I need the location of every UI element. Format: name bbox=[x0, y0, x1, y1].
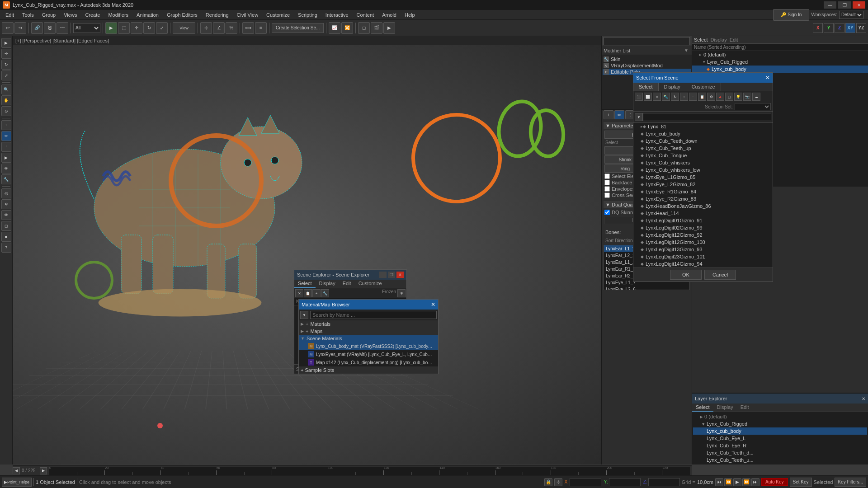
object-name-input[interactable]: Lynx_cub_body bbox=[604, 37, 690, 45]
snap-toggle-button[interactable]: ⊹ bbox=[200, 22, 212, 34]
sfs-close-button[interactable]: ✕ bbox=[765, 75, 770, 81]
timeline-next-button[interactable]: ▶ bbox=[40, 467, 47, 474]
menu-create[interactable]: Create bbox=[81, 10, 104, 19]
sfs-search-filter[interactable]: ▼ bbox=[635, 113, 643, 121]
utilities-button[interactable]: 🔧 bbox=[1, 174, 11, 184]
modify-button[interactable]: ✏ bbox=[1, 131, 11, 141]
create-button[interactable]: + bbox=[1, 120, 11, 130]
le-item-eye-r[interactable]: Lynx_Cub_Eye_R bbox=[693, 442, 867, 449]
se-restore-button[interactable]: ❐ bbox=[388, 272, 395, 278]
menu-content[interactable]: Content bbox=[353, 10, 378, 19]
menu-arnold[interactable]: Arnold bbox=[378, 10, 400, 19]
sfs-item-teeth-down[interactable]: ◆Lynx_Cub_Teeth_down bbox=[633, 137, 773, 145]
timeline-prev-button[interactable]: ◀ bbox=[13, 467, 20, 474]
set-key-button[interactable]: Set Key bbox=[790, 478, 812, 487]
sfs-item-tongue[interactable]: ◆Lynx_Cub_Tongue bbox=[633, 152, 773, 159]
axis-y-button[interactable]: Y bbox=[824, 23, 834, 33]
se-tb-btn1[interactable]: ✕ bbox=[295, 289, 303, 297]
sfs-item-eye-l2[interactable]: ◆LynxEye_L2Gizmo_82 bbox=[633, 181, 773, 188]
le-edit-tab[interactable]: Edit bbox=[737, 404, 753, 412]
le-item-body[interactable]: Lynx_cub_body bbox=[693, 427, 867, 435]
auto-key-button[interactable]: Auto Key bbox=[761, 478, 788, 486]
select-object-button[interactable]: ▶ bbox=[105, 22, 117, 34]
sfs-item-legdigit02[interactable]: ◆LynxLegDigit02Gizmo_99 bbox=[633, 224, 773, 231]
mb-sample-slots-header[interactable]: + Sample Slots bbox=[299, 366, 438, 374]
ro-item-2[interactable]: ▾ Lynx_Cub_Rigged bbox=[692, 58, 868, 66]
envelopes-check[interactable] bbox=[604, 186, 610, 192]
sfs-item-head114[interactable]: ◆LynxHead_114 bbox=[633, 210, 773, 217]
axis-yz-button[interactable]: YZ bbox=[856, 23, 866, 33]
sfs-item-eye-l1[interactable]: ◆LynxEye_L1Gizmo_85 bbox=[633, 174, 773, 181]
create-selection-button[interactable]: Create Selection Se... bbox=[272, 23, 324, 33]
le-item-rigged[interactable]: ▾ Lynx_Cub_Rigged bbox=[693, 420, 867, 427]
sfs-options2[interactable]: ⚙ bbox=[707, 93, 715, 101]
dq-toggle-check[interactable] bbox=[604, 210, 610, 215]
mb-item-body-mat[interactable]: M Lynx_Cub_body_mat (VRayFastSSS2) [Lynx… bbox=[299, 342, 438, 350]
modifier-skin[interactable]: 🔧 Skin bbox=[603, 56, 691, 62]
rotate-tool-button[interactable]: ↻ bbox=[1, 60, 11, 70]
sfs-item-lynx81[interactable]: ▸◆Lynx_81 bbox=[633, 123, 773, 130]
sfs-item-body[interactable]: ◆Lynx_cub_body bbox=[633, 130, 773, 137]
x-input[interactable]: 0,005cm bbox=[570, 478, 601, 486]
modifier-list-dropdown[interactable]: ▼ bbox=[683, 47, 690, 54]
sfs-ok-button[interactable]: OK bbox=[670, 270, 702, 280]
minimize-button[interactable]: — bbox=[824, 1, 836, 9]
ro-item-3[interactable]: ◆ Lynx_cub_body bbox=[692, 66, 868, 73]
go-start-button[interactable]: ⏮ bbox=[715, 478, 723, 486]
reference-coord-button[interactable]: View bbox=[173, 22, 195, 34]
sfs-item-eye-r2[interactable]: ◆LynxEye_R2Gizmo_83 bbox=[633, 195, 773, 202]
le-item-teeth-d[interactable]: Lynx_Cub_Teeth_d... bbox=[693, 449, 867, 456]
backface-check[interactable] bbox=[604, 180, 610, 185]
sfs-options1[interactable]: 📋 bbox=[698, 93, 706, 101]
select-link-button[interactable]: 🔗 bbox=[31, 22, 43, 34]
workspaces-dropdown[interactable]: Default bbox=[839, 11, 863, 19]
se-customize-tab[interactable]: Customize bbox=[355, 280, 386, 288]
menu-views[interactable]: Views bbox=[60, 10, 80, 19]
sfs-item-legdigit13[interactable]: ◆LynxLegDigit13Gizmo_93 bbox=[633, 246, 773, 253]
sfs-highlight[interactable]: 🔦 bbox=[662, 93, 670, 101]
right-select-tab[interactable]: Select bbox=[694, 37, 708, 42]
mb-scene-materials-header[interactable]: ▼ Scene Materials bbox=[299, 335, 438, 342]
axis-z-button[interactable]: Z bbox=[835, 23, 844, 33]
menu-modifiers[interactable]: Modifiers bbox=[104, 10, 132, 19]
menu-group[interactable]: Group bbox=[38, 10, 60, 19]
display-button[interactable]: 👁 bbox=[1, 164, 11, 174]
help-button[interactable]: ? bbox=[1, 243, 11, 253]
sfs-cancel-button[interactable]: Cancel bbox=[704, 270, 736, 280]
sfs-select-tab[interactable]: Select bbox=[633, 83, 659, 91]
se-minimize-button[interactable]: — bbox=[379, 272, 387, 278]
axis-xy-button[interactable]: XY bbox=[845, 23, 855, 33]
angle-snap-button[interactable]: ∠ bbox=[213, 22, 225, 34]
menu-graph-editors[interactable]: Graph Editors bbox=[163, 10, 201, 19]
align-button[interactable]: ≡ bbox=[255, 22, 267, 34]
right-edit-tab[interactable]: Edit bbox=[730, 37, 738, 42]
sfs-item-legdigit12b[interactable]: ◆LynxLegDigit12Gizmo_100 bbox=[633, 239, 773, 246]
menu-interactive[interactable]: Interactive bbox=[322, 10, 352, 19]
sfs-item-legdigit12[interactable]: ◆LynxLegDigit12Gizmo_92 bbox=[633, 231, 773, 239]
le-display-tab[interactable]: Display bbox=[713, 404, 737, 412]
sfs-none[interactable]: × bbox=[653, 93, 661, 101]
create-panel-icon[interactable]: + bbox=[604, 110, 613, 119]
select-region-button[interactable]: ⬚ bbox=[118, 22, 130, 34]
sfs-collapse[interactable]: − bbox=[689, 93, 697, 101]
mb-materials-header[interactable]: ▶ + Materials bbox=[299, 320, 438, 328]
mirror-button[interactable]: ⟺ bbox=[242, 22, 254, 34]
se-tb-btn4[interactable]: 🔧 bbox=[321, 289, 329, 297]
select-move-button[interactable]: ✛ bbox=[131, 22, 142, 34]
se-tb-btn2[interactable]: 📋 bbox=[304, 289, 312, 297]
mb-item-eyes-mat[interactable]: M LynxEyes_mat (VRayMtl) [Lynx_Cub_Eye_L… bbox=[299, 350, 438, 358]
select-tool-button[interactable]: ▶ bbox=[1, 38, 11, 48]
axis-x-button[interactable]: X bbox=[813, 23, 823, 33]
prompt-helper-button[interactable]: ▶Point_Helpe bbox=[2, 478, 32, 487]
next-frame-button[interactable]: ⏩ bbox=[742, 478, 750, 486]
freeze-button[interactable]: ❄ bbox=[1, 199, 11, 209]
render-button[interactable]: ▶ bbox=[383, 22, 395, 34]
timeline-track[interactable]: 0 20 40 60 80 100 120 140 160 180 200 22… bbox=[49, 467, 690, 475]
layer-explorer-close[interactable]: ✕ bbox=[862, 396, 865, 401]
viewport-area[interactable]: [+] [Perspective] [Standard] [Edged Face… bbox=[13, 36, 601, 465]
bind-space-warp-button[interactable]: 〰 bbox=[57, 22, 68, 34]
modifier-vray[interactable]: V VRayDisplacementMod bbox=[603, 62, 691, 69]
sfs-invert[interactable]: ⬜ bbox=[644, 93, 652, 101]
sfs-selection-set-dropdown[interactable] bbox=[735, 103, 771, 110]
select-element-check[interactable] bbox=[604, 174, 610, 179]
